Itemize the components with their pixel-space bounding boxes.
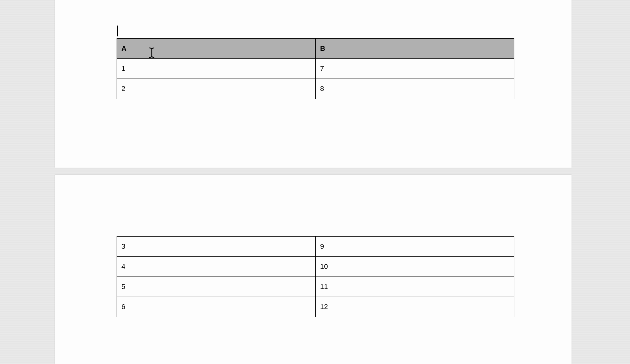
table-cell[interactable]: 10	[316, 257, 514, 277]
table-header-cell[interactable]: B	[316, 39, 514, 59]
table-row[interactable]: 2 8	[117, 79, 514, 99]
table-cell[interactable]: 1	[117, 59, 316, 79]
table-cell[interactable]: 5	[117, 277, 316, 297]
table-row[interactable]: 4 10	[117, 257, 514, 277]
document-viewport: A B 1 7 2 8 3 9 4 10	[0, 0, 630, 364]
table-cell[interactable]: 9	[316, 237, 514, 257]
table-cell[interactable]: 11	[316, 277, 514, 297]
table-cell[interactable]: 3	[117, 237, 316, 257]
table-cell[interactable]: 6	[117, 297, 316, 317]
data-table-1[interactable]: A B 1 7 2 8	[117, 38, 514, 99]
table-cell[interactable]: 4	[117, 257, 316, 277]
table-row[interactable]: 6 12	[117, 297, 514, 317]
data-table-2[interactable]: 3 9 4 10 5 11 6 12	[117, 236, 514, 317]
table-cell[interactable]: 8	[316, 79, 514, 99]
table-row[interactable]: 5 11	[117, 277, 514, 297]
table-cell[interactable]: 7	[316, 59, 514, 79]
table-header-cell[interactable]: A	[117, 39, 316, 59]
table-row[interactable]: 1 7	[117, 59, 514, 79]
table-cell[interactable]: 12	[316, 297, 514, 317]
table-cell[interactable]: 2	[117, 79, 316, 99]
table-row[interactable]: 3 9	[117, 237, 514, 257]
text-insertion-cursor	[117, 26, 118, 36]
table-header-row[interactable]: A B	[117, 39, 514, 59]
